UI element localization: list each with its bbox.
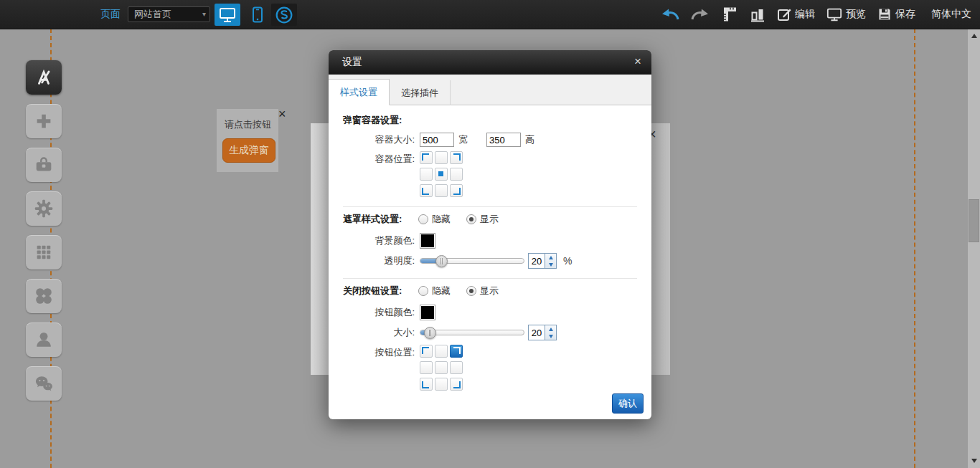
position-cell[interactable] xyxy=(450,168,463,181)
position-cell[interactable] xyxy=(435,151,448,164)
close-btn-show-option[interactable]: 显示 xyxy=(466,285,499,297)
opacity-spinner xyxy=(545,254,556,268)
position-cell[interactable] xyxy=(435,345,448,358)
phone-icon xyxy=(248,6,267,24)
container-height-input[interactable] xyxy=(486,133,521,147)
position-cell[interactable] xyxy=(435,184,448,197)
confirm-button[interactable]: 确认 xyxy=(612,393,644,414)
redo-button[interactable] xyxy=(691,8,710,21)
mask-show-label: 显示 xyxy=(480,213,499,226)
save-label: 保存 xyxy=(895,8,915,21)
position-cell[interactable] xyxy=(435,378,448,391)
edit-label: 编辑 xyxy=(795,8,815,21)
mask-hide-option[interactable]: 隐藏 xyxy=(418,213,451,226)
section-divider xyxy=(343,278,637,279)
close-btn-color-swatch[interactable] xyxy=(420,305,435,320)
mask-show-option[interactable]: 显示 xyxy=(466,213,499,226)
page-select-value: 网站首页 xyxy=(134,9,171,19)
center-square-icon xyxy=(438,171,443,176)
position-cell[interactable] xyxy=(420,378,433,391)
sidebar-item-widgets[interactable] xyxy=(26,279,62,313)
edit-icon xyxy=(777,7,791,22)
publish-link-button[interactable] xyxy=(271,4,297,26)
scroll-down-button[interactable] xyxy=(968,455,980,467)
spin-up-button[interactable] xyxy=(545,254,556,261)
dialog-close-icon[interactable]: × xyxy=(634,55,641,67)
height-unit-label: 高 xyxy=(525,133,534,146)
sidebar-item-modules[interactable] xyxy=(26,235,62,269)
opacity-percent-label: % xyxy=(563,255,572,267)
widget-sidebar xyxy=(26,60,62,410)
stats-button[interactable] xyxy=(750,6,765,22)
position-cell[interactable] xyxy=(450,345,463,358)
slider-handle[interactable] xyxy=(435,255,448,267)
size-value-box xyxy=(528,325,557,340)
spin-down-button[interactable] xyxy=(545,261,556,268)
triangle-down-icon xyxy=(971,459,977,463)
sidebar-item-toolbox[interactable] xyxy=(26,148,62,182)
radio-icon[interactable] xyxy=(466,286,476,296)
sidebar-item-wechat[interactable] xyxy=(26,366,62,401)
position-cell[interactable] xyxy=(450,361,463,374)
trigger-panel-close-icon[interactable]: × xyxy=(278,108,286,120)
position-cell[interactable] xyxy=(420,168,433,181)
vertical-scrollbar[interactable] xyxy=(968,29,980,468)
position-cell[interactable] xyxy=(435,168,448,181)
spin-down-button[interactable] xyxy=(545,333,556,340)
arrow-up-icon xyxy=(549,256,553,259)
mask-bg-color-swatch[interactable] xyxy=(420,233,435,249)
position-cell[interactable] xyxy=(420,361,433,374)
position-cell[interactable] xyxy=(420,184,433,197)
size-value-input[interactable] xyxy=(529,325,545,340)
corner-top-right-icon xyxy=(453,347,461,354)
corner-top-left-icon xyxy=(422,153,429,161)
sidebar-item-user[interactable] xyxy=(26,323,62,357)
save-button[interactable]: 保存 xyxy=(877,7,915,22)
dialog-tabs: 样式设置 选择插件 xyxy=(329,75,651,105)
spin-up-button[interactable] xyxy=(545,325,556,333)
radio-icon[interactable] xyxy=(418,214,428,224)
close-btn-hide-label: 隐藏 xyxy=(432,285,451,297)
tab-style-settings[interactable]: 样式设置 xyxy=(329,79,390,105)
close-btn-section-title: 关闭按钮设置: xyxy=(343,285,418,297)
language-switch[interactable]: 简体中文 xyxy=(931,8,971,21)
triangle-up-icon xyxy=(971,34,977,38)
radio-icon[interactable] xyxy=(466,214,476,224)
size-slider[interactable] xyxy=(420,330,524,335)
position-cell[interactable] xyxy=(420,345,433,358)
page-select[interactable]: 网站首页 ▾ xyxy=(128,6,210,22)
wechat-icon xyxy=(33,373,55,394)
position-cell[interactable] xyxy=(435,361,448,374)
container-width-input[interactable] xyxy=(420,133,454,147)
section-divider xyxy=(343,206,637,207)
slider-handle[interactable] xyxy=(424,327,436,339)
sidebar-item-settings[interactable] xyxy=(26,191,62,226)
close-btn-hide-option[interactable]: 隐藏 xyxy=(418,285,451,297)
opacity-slider[interactable] xyxy=(420,258,524,264)
scroll-up-button[interactable] xyxy=(968,30,980,42)
radio-icon[interactable] xyxy=(418,286,428,296)
position-cell[interactable] xyxy=(450,378,463,391)
page-label: 页面 xyxy=(100,8,121,21)
close-btn-position-grid xyxy=(420,345,461,391)
preview-button[interactable]: 预览 xyxy=(826,6,866,22)
position-cell[interactable] xyxy=(450,184,463,197)
opacity-value-input[interactable] xyxy=(529,254,545,268)
mask-hide-label: 隐藏 xyxy=(432,213,451,226)
undo-icon xyxy=(661,8,679,21)
position-cell[interactable] xyxy=(420,151,433,164)
phone-view-button[interactable] xyxy=(245,4,270,26)
desktop-view-button[interactable] xyxy=(215,4,240,26)
tab-select-plugin[interactable]: 选择插件 xyxy=(390,80,451,105)
position-cell[interactable] xyxy=(450,151,463,164)
edit-button[interactable]: 编辑 xyxy=(777,7,815,22)
undo-button[interactable] xyxy=(661,8,679,21)
generate-popup-button[interactable]: 生成弹窗 xyxy=(222,138,275,163)
scrollbar-thumb[interactable] xyxy=(969,199,979,242)
mask-bg-color-label: 背景颜色: xyxy=(343,234,415,247)
container-size-label: 容器大小: xyxy=(343,133,415,146)
ruler-button[interactable] xyxy=(721,6,738,23)
sidebar-item-add[interactable] xyxy=(26,104,62,138)
close-btn-color-label: 按钮颜色: xyxy=(343,306,415,319)
sidebar-item-app-store[interactable] xyxy=(26,60,62,95)
